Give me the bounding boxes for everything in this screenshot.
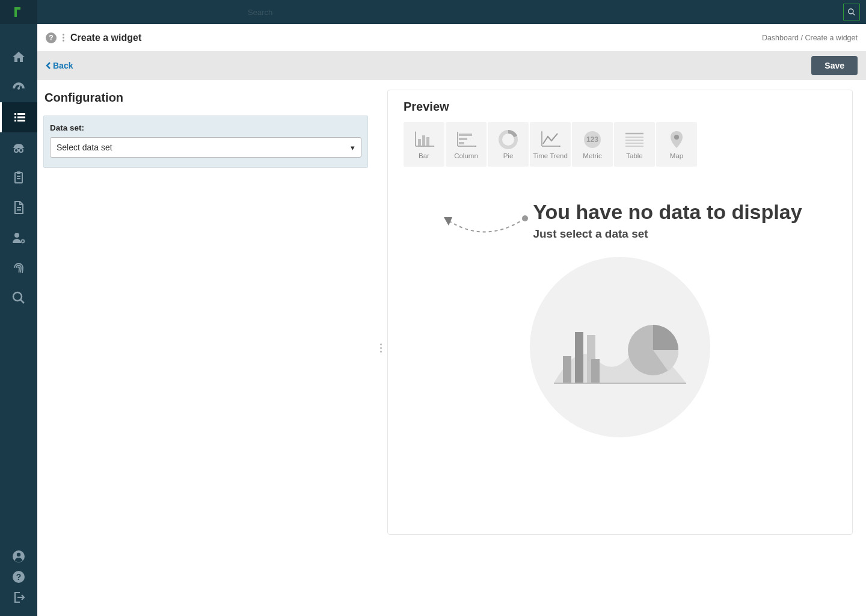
chart-type-map[interactable]: Map xyxy=(656,122,697,167)
svg-rect-29 xyxy=(418,139,421,146)
chart-types-row: Bar Column xyxy=(404,122,837,167)
home-icon xyxy=(11,50,26,64)
chart-type-pie[interactable]: Pie xyxy=(488,122,529,167)
svg-rect-31 xyxy=(426,137,429,146)
svg-line-22 xyxy=(20,300,24,303)
sidebar-item-user-settings[interactable] xyxy=(0,223,37,253)
dataset-select[interactable]: Select data set ▾ xyxy=(50,137,361,158)
sidebar-item-home[interactable] xyxy=(0,42,37,72)
chart-type-label: Bar xyxy=(419,152,429,159)
svg-point-19 xyxy=(14,233,19,238)
chart-type-table[interactable]: Table xyxy=(614,122,655,167)
bar-chart-icon xyxy=(413,131,435,149)
chart-type-metric[interactable]: 123 Metric xyxy=(572,122,613,167)
pie-chart-icon xyxy=(498,129,518,150)
user-cog-icon xyxy=(11,230,26,245)
search-icon xyxy=(847,8,856,16)
back-link-label: Back xyxy=(53,61,73,70)
sidebar-item-document[interactable] xyxy=(0,192,37,223)
svg-rect-13 xyxy=(15,173,22,183)
back-link[interactable]: Back xyxy=(46,61,73,70)
column-chart-icon xyxy=(455,131,477,149)
table-icon xyxy=(624,131,645,148)
sidebar-item-dashboard[interactable] xyxy=(0,72,37,102)
configuration-form: Data set: Select data set ▾ xyxy=(43,116,368,168)
chevron-left-icon xyxy=(46,61,52,70)
account-icon xyxy=(11,549,26,564)
svg-text:?: ? xyxy=(16,572,22,582)
search-icon xyxy=(11,291,26,305)
main-area: ? Create a widget Dashboard / Create a w… xyxy=(37,24,866,616)
sidebar-item-help[interactable]: ? xyxy=(0,567,37,587)
sidebar-item-incognito[interactable] xyxy=(0,132,37,162)
sidebar-item-list[interactable] xyxy=(0,102,37,132)
sidebar-item-clipboard[interactable] xyxy=(0,162,37,192)
map-pin-icon xyxy=(668,130,685,149)
sidebar-item-account[interactable] xyxy=(0,546,37,567)
chart-type-label: Metric xyxy=(583,152,601,159)
fingerprint-icon xyxy=(11,260,26,275)
svg-rect-14 xyxy=(17,171,20,174)
svg-point-24 xyxy=(17,553,20,556)
chart-type-column[interactable]: Column xyxy=(446,122,487,167)
svg-text:123: 123 xyxy=(586,135,598,144)
svg-rect-6 xyxy=(14,117,16,119)
logout-icon xyxy=(11,590,26,605)
chart-type-label: Map xyxy=(670,152,683,159)
gauge-icon xyxy=(11,80,26,94)
svg-rect-8 xyxy=(14,120,16,122)
svg-rect-49 xyxy=(563,356,571,383)
svg-rect-9 xyxy=(17,120,25,122)
dataset-label: Data set: xyxy=(50,123,361,132)
svg-point-10 xyxy=(14,149,18,152)
preview-card: Preview Bar xyxy=(387,90,853,535)
svg-rect-35 xyxy=(459,138,467,140)
logo-icon xyxy=(13,6,25,18)
svg-line-1 xyxy=(853,13,855,16)
chart-type-label: Table xyxy=(626,152,643,159)
chart-type-label: Pie xyxy=(503,152,514,159)
svg-point-47 xyxy=(674,135,679,140)
svg-rect-50 xyxy=(575,332,583,383)
svg-point-0 xyxy=(849,9,853,14)
svg-rect-34 xyxy=(459,134,472,136)
clipboard-icon xyxy=(11,170,26,185)
sidebar-item-fingerprint[interactable] xyxy=(0,253,37,283)
save-button[interactable]: Save xyxy=(811,56,858,75)
svg-rect-5 xyxy=(17,113,25,115)
chart-type-time-trend[interactable]: Time Trend xyxy=(530,122,571,167)
panel-resize-handle[interactable] xyxy=(374,80,387,616)
app-logo[interactable] xyxy=(0,0,37,24)
action-bar: Back Save xyxy=(37,51,866,80)
svg-point-11 xyxy=(19,149,23,152)
search-button[interactable] xyxy=(843,4,860,20)
chart-type-label: Column xyxy=(454,152,478,159)
sidebar-item-search[interactable] xyxy=(0,283,37,313)
chevron-down-icon: ▾ xyxy=(351,143,355,152)
page-title: Create a widget xyxy=(70,32,141,43)
document-icon xyxy=(11,200,26,215)
svg-point-20 xyxy=(22,240,24,242)
help-icon: ? xyxy=(11,570,26,584)
top-bar-center: Search xyxy=(37,8,843,17)
svg-point-21 xyxy=(13,292,22,301)
chart-type-bar[interactable]: Bar xyxy=(404,122,444,167)
empty-state-illustration xyxy=(530,257,710,437)
metric-icon: 123 xyxy=(582,129,603,150)
top-bar: Search xyxy=(0,0,866,24)
incognito-icon xyxy=(11,140,26,155)
sidebar-item-logout[interactable] xyxy=(0,587,37,608)
chart-type-label: Time Trend xyxy=(533,152,568,159)
svg-rect-30 xyxy=(422,135,425,146)
configuration-heading: Configuration xyxy=(45,91,368,105)
curved-arrow-icon xyxy=(438,211,528,241)
svg-rect-52 xyxy=(591,359,600,383)
page-header: ? Create a widget Dashboard / Create a w… xyxy=(37,24,866,51)
svg-rect-36 xyxy=(459,142,464,144)
preview-panel: Preview Bar xyxy=(387,80,866,616)
svg-point-48 xyxy=(522,215,528,221)
list-icon xyxy=(13,110,27,125)
top-bar-center-text: Search xyxy=(248,8,272,17)
drag-handle-icon[interactable] xyxy=(61,34,66,42)
help-badge-icon[interactable]: ? xyxy=(46,32,57,43)
